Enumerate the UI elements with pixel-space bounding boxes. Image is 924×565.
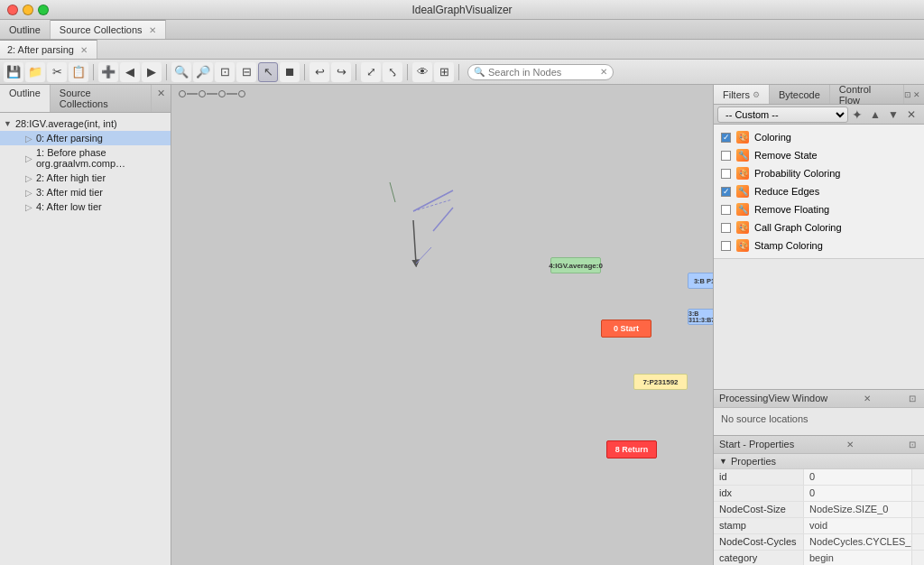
center-panel[interactable]: 4:IGV.average:0 3:B P13:2 3:B 311:3:B72 … xyxy=(171,85,713,565)
tree-item-1[interactable]: ▷ 1: Before phase org.graalvm.comp… xyxy=(0,145,171,171)
filter-item-probcoloring[interactable]: 🎨 Probability Coloring xyxy=(714,164,924,182)
right-panel-close[interactable]: ✕ xyxy=(913,90,920,99)
minimize-button[interactable] xyxy=(23,5,33,15)
prop-section-label: Properties xyxy=(731,456,776,467)
filter-up-btn[interactable]: ▲ xyxy=(866,106,884,124)
add-button[interactable]: ➕ xyxy=(98,62,118,82)
tree-item-0[interactable]: ▷ 0: After parsing xyxy=(0,131,171,145)
right-tab-filters[interactable]: Filters ⚙ xyxy=(714,85,770,104)
top-tab-bar: Outline Source Collections ✕ xyxy=(0,20,924,40)
search-input[interactable] xyxy=(488,67,596,78)
tab-source-collections-close[interactable]: ✕ xyxy=(149,25,156,35)
filter-item-removefloating[interactable]: 🔧 Remove Floating xyxy=(714,200,924,218)
left-panel-close-button[interactable]: ✕ xyxy=(152,85,171,112)
left-tab-source[interactable]: Source Collections xyxy=(51,85,152,112)
filter-checkbox-coloring[interactable]: ✓ xyxy=(721,133,731,143)
open-button[interactable]: 📁 xyxy=(25,62,45,82)
filter-del-btn[interactable]: ✕ xyxy=(902,106,920,124)
processing-panel-close[interactable]: ✕ xyxy=(861,394,873,403)
tree-root[interactable]: ▼ 28:IGV.average(int, int) xyxy=(0,116,171,131)
filter-preset-row: -- Custom -- ✦ ▲ ▼ ✕ xyxy=(714,105,924,125)
filter-checkbox-removestate[interactable] xyxy=(721,151,731,161)
stop-button[interactable]: ⏹ xyxy=(280,62,300,82)
save-button[interactable]: 💾 xyxy=(4,62,23,82)
tree-icon-1: ▷ xyxy=(25,153,32,163)
maximize-button[interactable] xyxy=(38,5,49,15)
extract-button[interactable]: ⤢ xyxy=(361,62,381,82)
close-button[interactable] xyxy=(7,5,18,15)
zoom-in-button[interactable]: 🔍 xyxy=(171,62,191,82)
show-button[interactable]: ⊞ xyxy=(434,62,454,82)
redo-button[interactable]: ↪ xyxy=(331,62,351,82)
select-button[interactable]: ↖ xyxy=(258,62,278,82)
prop-section-arrow[interactable]: ▼ xyxy=(719,457,727,466)
filter-item-removestate[interactable]: 🔧 Remove State xyxy=(714,146,924,164)
search-clear-icon[interactable]: ✕ xyxy=(600,67,607,77)
properties-panel-close[interactable]: ✕ xyxy=(844,440,856,449)
node-average-label: 4:IGV.average:0 xyxy=(549,262,603,270)
filter-checkbox-reduceedges[interactable]: ✓ xyxy=(721,187,731,197)
fit-button[interactable]: ⊡ xyxy=(215,62,235,82)
processing-panel-detach[interactable]: ⊡ xyxy=(906,394,919,403)
nav-forward[interactable]: ▶ xyxy=(142,62,162,82)
node-start[interactable]: 0 Start xyxy=(601,320,651,338)
undo-button[interactable]: ↩ xyxy=(310,62,329,82)
prop-row-stamp: stamp void xyxy=(714,518,924,534)
nav-back[interactable]: ◀ xyxy=(120,62,140,82)
properties-panel-detach[interactable]: ⊡ xyxy=(906,440,919,449)
node-yellow[interactable]: 7:P231592 xyxy=(633,374,688,390)
graph-area[interactable]: 4:IGV.average:0 3:B P13:2 3:B 311:3:B72 … xyxy=(171,85,713,565)
filter-checkbox-stampcoloring[interactable] xyxy=(721,241,731,251)
filter-label-stampcoloring: Stamp Coloring xyxy=(754,240,823,251)
hide-button[interactable]: 👁 xyxy=(412,62,432,82)
tree-item-3[interactable]: ▷ 3: After mid tier xyxy=(0,185,171,199)
tab-outline[interactable]: Outline xyxy=(0,20,51,39)
filter-checkbox-removefloating[interactable] xyxy=(721,205,731,215)
filter-checkbox-probcoloring[interactable] xyxy=(721,169,731,179)
tab-after-parsing[interactable]: 2: After parsing ✕ xyxy=(0,40,97,59)
prop-scroll-hint-1 xyxy=(911,486,924,501)
filter-icon-removefloating: 🔧 xyxy=(736,203,749,216)
node-blue2[interactable]: 3:B 311:3:B72 xyxy=(688,309,713,325)
tree-icon-4: ▷ xyxy=(25,202,32,212)
embed-button[interactable]: ⤣ xyxy=(383,62,402,82)
filter-item-reduceedges[interactable]: ✓ 🔧 Reduce Edges xyxy=(714,182,924,200)
copy-button[interactable]: 📋 xyxy=(69,62,88,82)
app-title: IdealGraphVisualizer xyxy=(411,4,512,16)
window-controls[interactable] xyxy=(7,5,49,15)
right-tab-bytecode[interactable]: Bytecode xyxy=(770,85,830,104)
processing-panel: ProcessingView Window ✕ ⊡ No source loca… xyxy=(714,389,924,435)
filter-item-stampcoloring[interactable]: 🎨 Stamp Coloring xyxy=(714,236,924,255)
prop-scroll-hint-3 xyxy=(911,518,924,533)
svg-line-2 xyxy=(413,199,452,211)
zoom-out-button[interactable]: 🔎 xyxy=(193,62,213,82)
prop-scroll-hint-2 xyxy=(911,502,924,517)
search-box[interactable]: 🔍 ✕ xyxy=(467,64,614,80)
zoom-reset-button[interactable]: ⊟ xyxy=(236,62,256,82)
filter-icon-removestate: 🔧 xyxy=(736,149,749,162)
left-tab-outline[interactable]: Outline xyxy=(0,85,51,112)
tab-source-collections[interactable]: Source Collections ✕ xyxy=(51,20,166,39)
mini-dot-1 xyxy=(179,90,186,97)
filter-down-btn[interactable]: ▼ xyxy=(884,106,902,124)
cut-button[interactable]: ✂ xyxy=(47,62,67,82)
right-panel-detach[interactable]: ⊡ xyxy=(904,90,911,99)
node-average[interactable]: 4:IGV.average:0 xyxy=(550,257,601,273)
filter-item-coloring[interactable]: ✓ 🎨 Coloring xyxy=(714,128,924,146)
filter-add-btn[interactable]: ✦ xyxy=(848,106,866,124)
filter-checkbox-callgraph[interactable] xyxy=(721,223,731,233)
right-tab-controlflow[interactable]: Control Flow xyxy=(830,85,904,104)
tree-item-4[interactable]: ▷ 4: After low tier xyxy=(0,199,171,214)
filters-settings-icon[interactable]: ⚙ xyxy=(753,90,760,99)
filter-icon-coloring: 🎨 xyxy=(736,131,749,144)
node-return[interactable]: 8 Return xyxy=(606,440,657,458)
filter-preset-select[interactable]: -- Custom -- xyxy=(717,107,848,123)
prop-val-idx: 0 xyxy=(804,486,911,501)
tab-after-parsing-close[interactable]: ✕ xyxy=(80,45,88,55)
node-blue1[interactable]: 3:B P13:2 xyxy=(688,273,713,289)
filter-item-callgraph[interactable]: 🎨 Call Graph Coloring xyxy=(714,218,924,236)
tree-item-2[interactable]: ▷ 2: After high tier xyxy=(0,171,171,185)
properties-panel: Start - Properties ✕ ⊡ ▼ Properties id 0… xyxy=(714,435,924,566)
prop-table: id 0 idx 0 NodeCost-Size NodeSize.SIZE_0… xyxy=(714,469,924,566)
processing-panel-title: ProcessingView Window xyxy=(719,393,827,403)
